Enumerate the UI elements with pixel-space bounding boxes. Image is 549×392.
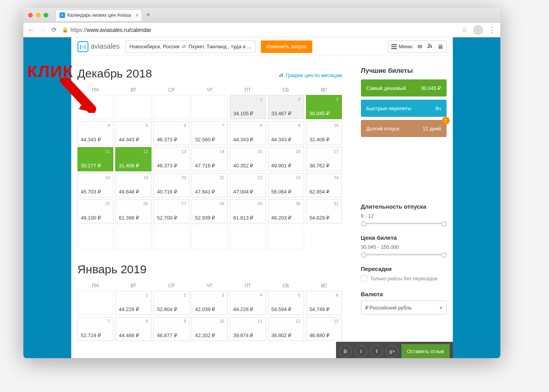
day-number: 4 — [260, 293, 262, 297]
ticket-fast[interactable]: Быстрые перелеты 8ч — [361, 100, 447, 117]
calendar-day-cell[interactable]: 2462.854 ₽ — [306, 173, 342, 197]
calendar-day-cell[interactable]: 342.039 ₽ — [192, 291, 228, 315]
calendar-day-cell[interactable]: 1447.716 ₽ — [192, 147, 228, 171]
forward-button[interactable]: → — [40, 26, 46, 33]
calendar-day-cell[interactable]: 554.594 ₽ — [268, 291, 304, 315]
calendar-day-cell[interactable]: 1042.202 ₽ — [192, 317, 228, 341]
calendar-day-cell[interactable]: 544.343 ₽ — [115, 121, 151, 145]
calendar-day-cell[interactable]: 2852.939 ₽ — [192, 199, 228, 223]
calendar-day-cell[interactable]: 1032.406 ₽ — [306, 121, 342, 145]
calendar-day-cell[interactable]: 1738.762 ₽ — [306, 147, 342, 171]
day-price: 40.352 ₽ — [233, 163, 253, 169]
calendar-day-cell[interactable]: 2752.700 ₽ — [153, 199, 190, 223]
calendar-day-cell[interactable]: 1346.680 ₽ — [306, 317, 342, 341]
calendar-day-cell[interactable]: 1346.373 ₽ — [153, 147, 190, 171]
social-gplus-icon[interactable]: g+ — [386, 345, 398, 357]
feedback-button[interactable]: Оставить отзыв — [401, 344, 449, 358]
day-number: 14 — [220, 149, 224, 154]
window-close-button[interactable] — [28, 13, 33, 18]
mail-icon[interactable]: ✉ — [417, 43, 422, 50]
day-price: 45.703 ₽ — [81, 189, 101, 195]
calendar-day-cell[interactable]: 444.228 ₽ — [230, 291, 266, 315]
reload-button[interactable]: ⟳ — [51, 26, 56, 33]
calendar-day-cell[interactable]: 732.560 ₽ — [192, 121, 228, 145]
tab-close-icon[interactable]: × — [135, 12, 139, 18]
browser-tab[interactable]: ✈ Календарь низких цен Aviasa × — [55, 9, 142, 21]
currency-title: Валюта — [361, 291, 447, 297]
ticket-cheapest[interactable]: Самый дешевый 30.045 ₽ — [361, 79, 447, 97]
day-price: 56.064 ₽ — [271, 189, 291, 195]
browser-menu-icon[interactable]: ⋮ — [489, 26, 496, 34]
day-number: 1 — [260, 97, 262, 102]
currency-select[interactable]: ₽ Российский рубль — [361, 301, 447, 315]
calendar-day-cell[interactable]: 2247.004 ₽ — [230, 173, 266, 197]
calendar-day-cell[interactable]: 1540.352 ₽ — [230, 147, 266, 171]
day-number: 12 — [143, 149, 148, 154]
social-vk-icon[interactable]: B — [339, 345, 352, 357]
day-price: 54.594 ₽ — [271, 306, 291, 312]
day-price: 32.560 ₽ — [195, 137, 215, 142]
calendar-day-cell[interactable]: 646.373 ₽ — [153, 121, 190, 145]
calendar-day-cell[interactable]: 1238.802 ₽ — [268, 317, 304, 341]
calendar-day-cell[interactable]: 944.343 ₽ — [268, 121, 304, 145]
calendar-day-cell[interactable]: 134.105 ₽ — [230, 95, 266, 119]
calendar-day-cell[interactable]: 233.467 ₽ — [268, 95, 304, 119]
address-bar[interactable]: 🔒 https://www.aviasales.ru/calendar — [62, 27, 456, 33]
day-number: 8 — [260, 123, 262, 128]
price-chart-link[interactable]: График цен по месяцам — [279, 72, 342, 78]
day-price: 47.004 ₽ — [233, 189, 253, 195]
calendar-day-cell[interactable]: 144.228 ₽ — [115, 291, 151, 315]
duration-slider[interactable] — [361, 221, 447, 225]
logo-icon: |○| — [77, 41, 88, 52]
social-twitter-icon[interactable]: t — [355, 345, 367, 357]
logo[interactable]: |○| aviasales — [77, 41, 120, 52]
calendar-day-cell[interactable]: 444.343 ₽ — [77, 121, 114, 145]
url-text: https://www.aviasales.ru/calendar — [70, 27, 151, 33]
svg-rect-5 — [282, 73, 283, 77]
calendar-day-cell[interactable]: 3154.629 ₽ — [306, 199, 342, 223]
calendar-day-cell[interactable]: 844.343 ₽ — [230, 121, 266, 145]
calendar-day-cell[interactable]: 2661.386 ₽ — [115, 199, 151, 223]
day-number: 18 — [105, 175, 110, 180]
calendar-day-cell[interactable]: 844.488 ₽ — [115, 317, 151, 341]
calendar-day-cell[interactable]: 2549.100 ₽ — [77, 199, 114, 223]
price-slider[interactable] — [361, 252, 447, 256]
change-search-button[interactable]: Изменить запрос — [261, 40, 312, 53]
calendar-day-cell[interactable]: 1649.901 ₽ — [268, 147, 304, 171]
calendar-day-cell[interactable]: 3046.203 ₽ — [268, 199, 304, 223]
direct-only-checkbox[interactable]: Только рейсы без пересадок — [361, 275, 447, 281]
calendar-day-cell[interactable]: 1231.408 ₽ — [115, 147, 151, 171]
calendar-day-cell[interactable]: 2961.813 ₽ — [230, 199, 266, 223]
calculator-icon[interactable]: 🖥 — [437, 43, 443, 50]
calendar-day-cell[interactable]: 1949.648 ₽ — [115, 173, 151, 197]
calendar-day-cell[interactable]: 752.724 ₽ — [77, 317, 114, 341]
calendar-day-cell[interactable]: 946.877 ₽ — [153, 317, 190, 341]
back-button[interactable]: ← — [28, 26, 34, 33]
calendar-day-cell[interactable]: 1130.277 ₽ — [77, 147, 114, 171]
day-number: 16 — [296, 149, 300, 154]
bookmark-star-icon[interactable]: ☆ — [461, 26, 468, 34]
ticket-long[interactable]: Долгий отпуск 12 дней 2 — [361, 120, 447, 137]
menu-button[interactable]: Меню — [391, 44, 412, 49]
window-maximize-button[interactable] — [44, 13, 48, 18]
profile-avatar[interactable] — [473, 25, 483, 35]
new-tab-button[interactable]: + — [146, 11, 150, 19]
calendar-day-cell[interactable]: 2040.716 ₽ — [153, 173, 190, 197]
day-number: 28 — [220, 201, 224, 206]
calendar-day-cell[interactable]: 2356.064 ₽ — [268, 173, 304, 197]
route-input[interactable]: Новосибирск, Россия ⇄ Пхукет, Таиланд , … — [125, 40, 256, 53]
calendar-day-cell[interactable]: 654.749 ₽ — [306, 291, 342, 315]
day-price: 52.724 ₽ — [81, 332, 101, 338]
social-facebook-icon[interactable]: f — [370, 345, 383, 357]
calendar-day-cell[interactable]: 1845.703 ₽ — [77, 173, 114, 197]
currency-filter: Валюта ₽ Российский рубль — [361, 291, 447, 315]
calendar-day-cell[interactable]: 252.804 ₽ — [153, 291, 190, 315]
calendar-day-cell[interactable]: 330.045 ₽ — [306, 95, 342, 119]
rss-icon[interactable] — [427, 43, 433, 50]
calendar-day-cell[interactable]: 2147.641 ₽ — [192, 173, 228, 197]
day-price: 44.343 ₽ — [271, 137, 291, 142]
window-minimize-button[interactable] — [36, 13, 40, 18]
calendar-day-cell[interactable]: 1139.874 ₽ — [230, 317, 266, 341]
browser-titlebar: ✈ Календарь низких цен Aviasa × + — [23, 8, 500, 23]
tab-title: Календарь низких цен Aviasa — [67, 12, 131, 18]
